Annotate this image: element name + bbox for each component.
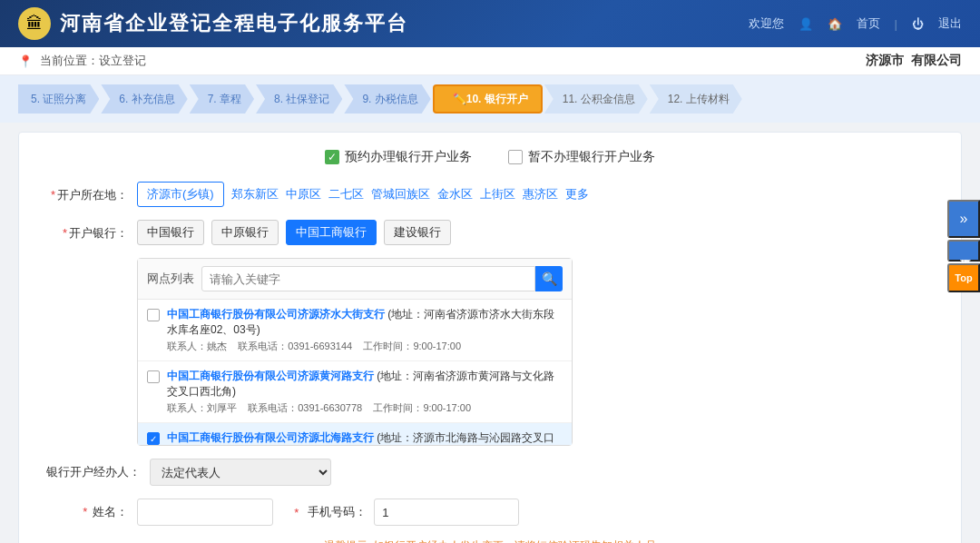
sidebar-template-button[interactable]: 模板下载 [947,240,980,262]
location-jinshui[interactable]: 金水区 [437,186,473,202]
location-zhongyuan[interactable]: 中原区 [286,186,321,202]
branch-item-3[interactable]: ✓ 中国工商银行股份有限公司济源北海路支行 (地址：济源市北海路与沁园路交叉口西… [138,423,572,445]
step-9[interactable]: 9. 办税信息 [344,84,430,114]
open-account-checkbox[interactable]: ✓ [325,150,339,164]
account-holder-label: 银行开户经办人： [46,459,141,480]
step-6[interactable]: 6. 补充信息 [101,84,187,114]
branch-item-2[interactable]: 中国工商银行股份有限公司济源黄河路支行 (地址：河南省济源市黄河路与文化路交叉口… [138,361,572,423]
branch-name-2: 中国工商银行股份有限公司济源黄河路支行 (地址：河南省济源市黄河路与文化路交叉口… [167,369,563,400]
phone-input[interactable] [374,499,519,526]
location-zhengdong[interactable]: 郑东新区 [231,186,279,202]
location-jiyuan[interactable]: 济源市(乡镇) [137,182,224,207]
no-account-checkbox[interactable] [508,150,523,164]
location-more[interactable]: 更多 [565,186,589,202]
no-account-label: 暂不办理银行开户业务 [528,149,655,165]
location-icon: 📍 [18,54,33,68]
branch-search-row: 网点列表 🔍 [138,259,572,300]
branch-checkbox-1[interactable] [147,309,160,321]
company-type: 有限公司 [911,53,962,69]
location-shangjie[interactable]: 上街区 [480,186,515,202]
location-row: *开户所在地： 济源市(乡镇) 郑东新区 中原区 二七区 管城回族区 金水区 上… [46,182,934,207]
branch-search-button[interactable]: 🔍 [535,266,563,291]
breadcrumb-text: 当前位置：设立登记 [40,53,146,69]
sidebar-top-button[interactable]: Top [947,263,980,292]
warning-text: 温馨提示: 如银行开户经办人发生变更，请将短信验证码告知相关人员 [46,538,934,543]
bank-value: 中国银行 中原银行 中国工商银行 建设银行 [137,220,934,245]
location-label: *开户所在地： [46,182,128,203]
bank-china[interactable]: 中国银行 [137,220,204,245]
step-11[interactable]: 11. 公积金信息 [544,84,648,114]
account-holder-select[interactable]: 法定代表人 [150,459,331,486]
location-erqi[interactable]: 二七区 [328,186,364,202]
name-field-label: * 姓名： [46,499,128,520]
branch-meta-2: 联系人：刘厚平 联系电话：0391-6630778 工作时间：9:00-17:0… [167,401,563,415]
name-phone-row: * 姓名： * 手机号码： [46,499,934,526]
clock-icon: ⏻ [912,17,924,31]
home-link[interactable]: 首页 [857,15,880,32]
option-row: ✓ 预约办理银行开户业务 暂不办理银行开户业务 [46,149,934,165]
bank-row: *开户银行： 中国银行 中原银行 中国工商银行 建设银行 [46,220,934,245]
account-holder-row: 银行开户经办人： 法定代表人 [46,459,934,486]
logout-link[interactable]: 退出 [938,15,962,32]
location-guancheng[interactable]: 管城回族区 [371,186,430,202]
breadcrumb-bar: 📍 当前位置：设立登记 济源市 有限公司 [0,47,980,75]
branch-search-input[interactable] [201,266,535,291]
branch-list-label: 网点列表 [147,271,194,287]
sidebar-expand-button[interactable]: » [947,200,980,238]
location-value: 济源市(乡镇) 郑东新区 中原区 二七区 管城回族区 金水区 上街区 惠济区 更… [137,182,934,207]
logo-icon: 🏛 [18,7,51,40]
step-12[interactable]: 12. 上传材料 [650,84,742,114]
step-8[interactable]: 8. 社保登记 [256,84,342,114]
header-title: 河南省企业登记全程电子化服务平台 [60,10,408,37]
bank-zhongyuan[interactable]: 中原银行 [211,220,279,245]
company-info: 济源市 有限公司 [866,53,962,69]
right-sidebar: » 模板下载 Top [947,200,980,292]
branch-checkbox-3[interactable]: ✓ [147,432,160,445]
branch-name-3: 中国工商银行股份有限公司济源北海路支行 (地址：济源市北海路与沁园路交叉口西北角… [167,430,563,445]
branch-name-1: 中国工商银行股份有限公司济源济水大街支行 (地址：河南省济源市济水大街东段水库名… [167,307,563,338]
location-huiji[interactable]: 惠济区 [523,186,558,202]
header: 🏛 河南省企业登记全程电子化服务平台 欢迎您 👤 🏠 首页 | ⏻ 退出 [0,0,980,47]
branch-list-box: 网点列表 🔍 中国工商银行股份有限公司济源济水大街支行 (地址：河南省济源市济水… [137,258,573,446]
branch-meta-1: 联系人：姚杰 联系电话：0391-6693144 工作时间：9:00-17:00 [167,340,563,353]
step-10[interactable]: ✏️ 10. 银行开户 [433,84,543,114]
no-account-option[interactable]: 暂不办理银行开户业务 [508,149,655,165]
step-5[interactable]: 5. 证照分离 [18,84,99,114]
bank-construction[interactable]: 建设银行 [384,220,451,245]
main-content: ✓ 预约办理银行开户业务 暂不办理银行开户业务 *开户所在地： 济源市(乡镇) … [18,132,962,543]
phone-label: 手机号码： [308,504,367,520]
welcome-text: 欢迎您 [749,15,784,32]
header-logo: 🏛 河南省企业登记全程电子化服务平台 [18,7,408,40]
bank-icbc[interactable]: 中国工商银行 [286,220,377,245]
account-holder-value: 法定代表人 [150,459,934,486]
name-phone-value: * 手机号码： [137,499,934,526]
company-city: 济源市 [866,53,904,69]
branch-item-1[interactable]: 中国工商银行股份有限公司济源济水大街支行 (地址：河南省济源市济水大街东段水库名… [138,300,572,361]
branch-list: 中国工商银行股份有限公司济源济水大街支行 (地址：河南省济源市济水大街东段水库名… [138,300,572,445]
header-right: 欢迎您 👤 🏠 首页 | ⏻ 退出 [749,15,962,32]
open-account-option[interactable]: ✓ 预约办理银行开户业务 [325,149,472,165]
open-account-label: 预约办理银行开户业务 [345,149,472,165]
breadcrumb: 📍 当前位置：设立登记 [18,53,146,69]
branch-checkbox-2[interactable] [147,370,160,383]
steps-bar: 5. 证照分离 6. 补充信息 7. 章程 8. 社保登记 9. 办税信息 ✏️… [0,75,980,123]
pencil-icon: ✏️ [453,93,466,105]
name-input[interactable] [137,499,273,526]
bank-label: *开户银行： [46,220,128,242]
step-7[interactable]: 7. 章程 [190,84,254,114]
